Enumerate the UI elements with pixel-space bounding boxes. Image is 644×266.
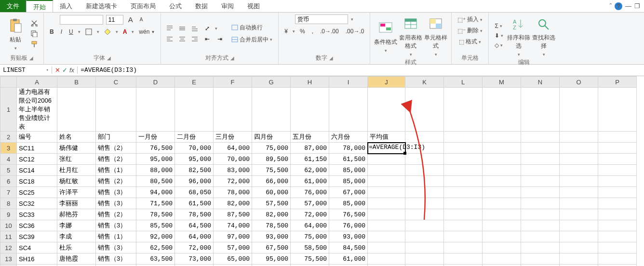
cell[interactable] [560,231,598,242]
cell-value[interactable]: 72,000 [214,176,252,187]
col-header-N[interactable]: N [521,77,560,88]
cell-value[interactable]: 76,000 [329,220,368,231]
cell[interactable] [483,132,521,143]
cell-id[interactable]: SC36 [17,220,57,231]
header-cell[interactable]: 五月份 [291,132,329,143]
row-header-2[interactable]: 2 [0,132,17,143]
tab-home[interactable]: 开始 [26,0,53,12]
name-box[interactable]: LINEST ▾ [0,66,52,74]
row-header-8[interactable]: 8 [0,198,17,209]
cell[interactable] [405,154,444,165]
cell-value[interactable]: 61,000 [291,176,329,187]
cell-value[interactable]: 85,500 [136,220,175,231]
cell-J5[interactable] [368,165,405,176]
row-header-4[interactable]: 4 [0,154,17,165]
cell-value[interactable]: 83,000 [214,165,252,176]
cell-J13[interactable] [368,253,405,265]
cell-dept[interactable]: 销售（1） [96,265,136,266]
help-icon[interactable]: ? [615,2,622,10]
cell[interactable] [444,209,483,220]
cell[interactable] [598,265,637,266]
header-cell[interactable]: 一月份 [136,132,175,143]
col-header-E[interactable]: E [175,77,214,88]
cell-value[interactable]: 67,500 [252,242,291,253]
cell-dept[interactable]: 销售（1） [96,165,136,176]
select-all-corner[interactable] [0,77,17,88]
accounting-format-button[interactable]: ¥ [282,27,290,36]
cell-value[interactable]: 82,500 [175,165,214,176]
cell-value[interactable]: 98,500 [175,265,214,266]
cell-value[interactable]: 93,000 [329,231,368,242]
cell-value[interactable]: 95,000 [252,253,291,265]
cell-value[interactable]: 64,000 [291,220,329,231]
cell-value[interactable]: 61,500 [329,154,368,165]
cell-value[interactable]: 97,000 [214,231,252,242]
bold-button[interactable]: B [48,27,56,36]
cell[interactable] [57,88,96,132]
cell-value[interactable]: 78,500 [136,209,175,220]
cell-styles-button[interactable]: 单元格样式▾ [424,14,447,57]
clear-button[interactable]: ◇ ▾ [493,41,505,50]
cell[interactable] [598,88,637,132]
col-header-C[interactable]: C [96,77,136,88]
align-top-button[interactable] [165,24,174,33]
row-header-3[interactable]: 3 [0,143,17,154]
number-dlg-icon[interactable]: ◢ [329,55,333,61]
format-cells-button[interactable]: ⬚ 格式 ▾ [457,37,483,47]
font-color-button[interactable]: A [121,27,129,36]
cell-value[interactable]: 66,000 [329,265,368,266]
cell-value[interactable]: 84,500 [329,242,368,253]
cell[interactable] [483,209,521,220]
cell[interactable] [598,220,637,231]
cell-dept[interactable]: 销售（3） [96,220,136,231]
cell-value[interactable]: 78,000 [214,187,252,198]
cell-value[interactable]: 78,500 [175,209,214,220]
grow-font-button[interactable]: A [126,14,135,25]
decrease-decimal-button[interactable]: .00→.0 [344,27,366,36]
cell-dept[interactable]: 销售（3） [96,187,136,198]
window-restore-icon[interactable]: ❐ [634,2,640,10]
row-header-11[interactable]: 11 [0,231,17,242]
cell-value[interactable]: 67,000 [329,187,368,198]
header-cell[interactable]: 编号 [17,132,57,143]
cell-dept[interactable]: 销售（2） [96,154,136,165]
cell[interactable] [598,253,637,265]
cell[interactable] [214,88,252,132]
cell[interactable] [444,253,483,265]
cell[interactable] [560,220,598,231]
cell-J14[interactable] [368,265,405,266]
cell-value[interactable]: 95,000 [175,154,214,165]
comma-button[interactable]: , [310,27,315,36]
cell[interactable] [560,253,598,265]
cell-value[interactable]: 63,500 [136,253,175,265]
cell-value[interactable]: 57,000 [291,198,329,209]
col-header-A[interactable]: A [17,77,57,88]
cell-value[interactable]: 61,500 [175,198,214,209]
cell-value[interactable]: 62,500 [136,242,175,253]
cell[interactable] [483,143,521,154]
cell-value[interactable]: 85,000 [329,176,368,187]
cell-value[interactable]: 57,500 [252,198,291,209]
cell-value[interactable]: 79,500 [136,265,175,266]
enter-edit-button[interactable]: ✓ [62,66,67,74]
fill-color-button[interactable] [102,27,113,36]
header-cell[interactable]: 二月份 [175,132,214,143]
autosum-button[interactable]: Σ ▾ [493,22,505,30]
cell[interactable] [444,231,483,242]
align-right-button[interactable] [190,35,200,43]
indent-increase-button[interactable]: ⇥ [215,35,225,43]
col-header-G[interactable]: G [252,77,291,88]
increase-decimal-button[interactable]: .0→.00 [318,27,341,36]
number-format-select[interactable] [295,14,348,24]
cell[interactable] [598,231,637,242]
row-header-6[interactable]: 6 [0,176,17,187]
cell[interactable] [521,143,560,154]
ribbon-collapse-icon[interactable]: ˆ [610,2,612,10]
cell[interactable] [598,154,637,165]
cell[interactable] [405,187,444,198]
cell-value[interactable]: 72,000 [291,209,329,220]
cell-value[interactable]: 64,500 [175,220,214,231]
font-size-input[interactable] [106,15,123,25]
cell[interactable] [368,88,405,132]
col-header-P[interactable]: P [598,77,637,88]
